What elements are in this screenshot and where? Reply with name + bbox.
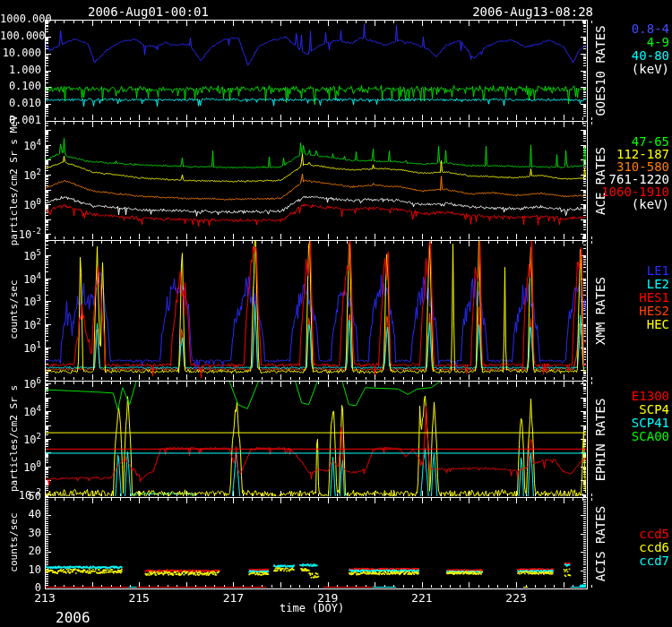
x-axis-year: 2006 xyxy=(56,609,90,626)
y-tick-label-goes10-2: 10.000 xyxy=(0,47,41,59)
y-tick-label-goes10-6: 0.001 xyxy=(0,114,41,126)
y-tick-label-acis-4: 40 xyxy=(0,508,41,520)
y-tick-label-xmm-3: 102 xyxy=(0,317,41,331)
y-tick-label-ephin-0: 106 xyxy=(0,376,41,391)
y-tick-label-goes10-4: 0.100 xyxy=(0,80,41,92)
legend-goes10-4-9: 4-9 xyxy=(647,35,669,49)
legend-xmm-HES2: HES2 xyxy=(639,304,669,318)
panel-title-xmm: XMM RATES xyxy=(593,260,607,362)
legend-ephin-E1300: E1300 xyxy=(632,389,669,403)
plot-start-datetime: 2006-Aug01-00:01 xyxy=(88,4,209,19)
x-tick-label-223: 223 xyxy=(500,591,532,605)
y-tick-label-ace-3: 10-2 xyxy=(0,227,41,241)
x-tick-label-217: 217 xyxy=(217,591,249,605)
radiation-monitor-plot: 2006-Aug01-00:01 2006-Aug13-08:28 GOES10… xyxy=(0,0,672,627)
y-tick-label-goes10-1: 100.000 xyxy=(0,30,41,42)
legend-xmm-LE2: LE2 xyxy=(647,277,669,291)
panel-title-ace: ACE RATES xyxy=(593,132,607,230)
y-tick-label-acis-1: 10 xyxy=(0,563,41,576)
y-tick-label-ace-1: 102 xyxy=(0,167,41,182)
panel-title-acis: ACIS RATES xyxy=(593,490,607,597)
y-tick-label-xmm-1: 104 xyxy=(0,271,41,286)
legend-xmm-HES1: HES1 xyxy=(639,290,669,305)
plot-end-datetime: 2006-Aug13-08:28 xyxy=(472,4,593,19)
x-tick-label-215: 215 xyxy=(123,591,155,605)
legend-xmm-HEC: HEC xyxy=(647,317,669,331)
y-tick-label-goes10-0: 1000.000 xyxy=(0,13,41,25)
y-tick-label-ace-2: 100 xyxy=(0,197,41,211)
y-tick-label-acis-3: 30 xyxy=(0,527,41,539)
y-tick-label-acis-2: 20 xyxy=(0,545,41,557)
y-tick-label-ephin-3: 100 xyxy=(0,460,41,474)
x-tick-label-213: 213 xyxy=(29,591,61,605)
x-tick-label-219: 219 xyxy=(312,591,344,605)
y-tick-label-ephin-2: 102 xyxy=(0,432,41,446)
legend-xmm-LE1: LE1 xyxy=(647,263,669,278)
panel-title-goes10: GOES10 RATES xyxy=(593,17,607,125)
y-tick-label-goes10-3: 1.000 xyxy=(0,64,41,76)
y-tick-label-xmm-2: 103 xyxy=(0,294,41,308)
y-tick-label-xmm-4: 101 xyxy=(0,340,41,355)
legend-ace-(keV): (keV) xyxy=(632,197,669,211)
chart-canvas xyxy=(0,0,672,627)
legend-goes10-(keV): (keV) xyxy=(632,62,669,76)
legend-goes10-40-80: 40-80 xyxy=(632,48,669,63)
legend-acis-ccd7: ccd7 xyxy=(639,554,669,568)
y-tick-label-ace-0: 104 xyxy=(0,138,41,152)
panel-title-ephin: EPHIN RATES xyxy=(593,386,607,494)
x-tick-label-221: 221 xyxy=(406,591,438,605)
legend-ephin-SCP41: SCP41 xyxy=(632,416,669,430)
legend-ephin-SCP4: SCP4 xyxy=(639,402,669,417)
y-tick-label-ephin-1: 104 xyxy=(0,404,41,418)
legend-ephin-SCA00: SCA00 xyxy=(632,429,669,443)
y-tick-label-goes10-5: 0.010 xyxy=(0,97,41,109)
y-tick-label-acis-5: 50 xyxy=(0,490,41,502)
y-tick-label-xmm-0: 105 xyxy=(0,248,41,262)
legend-acis-ccd5: ccd5 xyxy=(639,527,669,541)
legend-acis-ccd6: ccd6 xyxy=(639,540,669,554)
legend-goes10-0.8-4: 0.8-4 xyxy=(632,21,669,36)
